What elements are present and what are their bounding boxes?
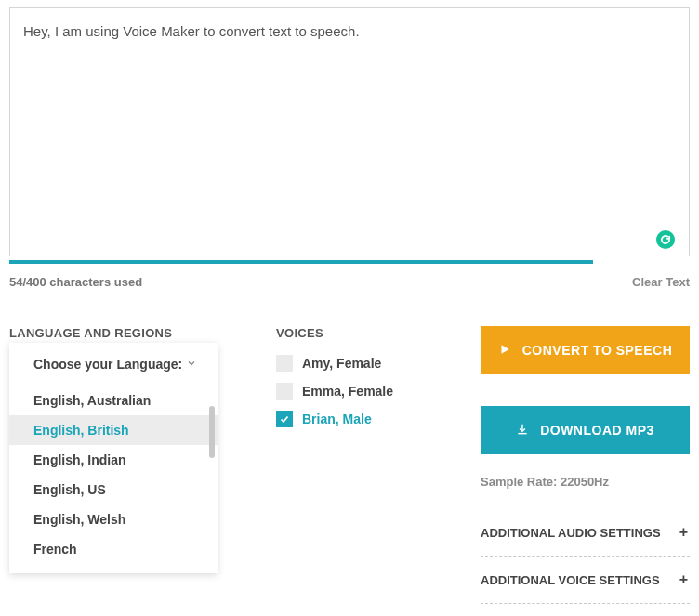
additional-audio-settings-label: ADDITIONAL AUDIO SETTINGS (481, 526, 661, 540)
plus-icon: + (679, 524, 688, 541)
additional-voice-settings-label: ADDITIONAL VOICE SETTINGS (481, 573, 660, 587)
voice-option[interactable]: Amy, Female (276, 355, 481, 372)
language-option[interactable]: English, Indian (9, 445, 218, 475)
language-option[interactable]: English, Australian (9, 386, 218, 415)
chevron-down-icon (186, 357, 197, 372)
sample-rate: Sample Rate: 22050Hz (481, 475, 690, 489)
language-dropdown[interactable]: Choose your Language: English, Australia… (9, 343, 218, 573)
language-option[interactable]: French (9, 534, 218, 564)
language-option[interactable]: English, US (9, 475, 218, 505)
voices-heading: VOICES (276, 326, 481, 340)
voice-label: Amy, Female (302, 356, 381, 371)
voice-checkbox[interactable] (276, 411, 293, 427)
grammarly-icon (656, 230, 675, 249)
voice-label: Emma, Female (302, 384, 393, 399)
scrollbar-thumb[interactable] (209, 406, 215, 458)
check-icon (279, 413, 290, 425)
download-icon (516, 423, 529, 439)
language-option[interactable]: English, Welsh (9, 505, 218, 534)
language-dropdown-toggle[interactable]: Choose your Language: (9, 343, 218, 386)
voice-label: Brian, Male (302, 412, 372, 426)
voice-checkbox[interactable] (276, 383, 293, 400)
download-button-label: DOWNLOAD MP3 (540, 423, 654, 438)
language-option[interactable]: English, British (9, 415, 218, 445)
play-icon (498, 343, 511, 359)
download-mp3-button[interactable]: DOWNLOAD MP3 (481, 406, 690, 454)
language-dropdown-label: Choose your Language: (33, 357, 182, 372)
additional-voice-settings-toggle[interactable]: ADDITIONAL VOICE SETTINGS + (481, 557, 690, 604)
language-option[interactable]: French, Canadian (9, 564, 218, 571)
text-input[interactable] (9, 7, 690, 256)
convert-to-speech-button[interactable]: CONVERT TO SPEECH (481, 326, 690, 374)
voice-option[interactable]: Emma, Female (276, 383, 481, 400)
additional-audio-settings-toggle[interactable]: ADDITIONAL AUDIO SETTINGS + (481, 509, 690, 557)
text-usage-bar (9, 260, 593, 264)
voice-checkbox[interactable] (276, 355, 293, 372)
clear-text-button[interactable]: Clear Text (632, 275, 690, 289)
svg-marker-0 (501, 345, 508, 353)
language-regions-heading: LANGUAGE AND REGIONS (9, 326, 276, 340)
plus-icon: + (679, 571, 688, 588)
convert-button-label: CONVERT TO SPEECH (522, 343, 673, 358)
voice-option[interactable]: Brian, Male (276, 411, 481, 427)
char-count: 54/400 characters used (9, 275, 142, 289)
